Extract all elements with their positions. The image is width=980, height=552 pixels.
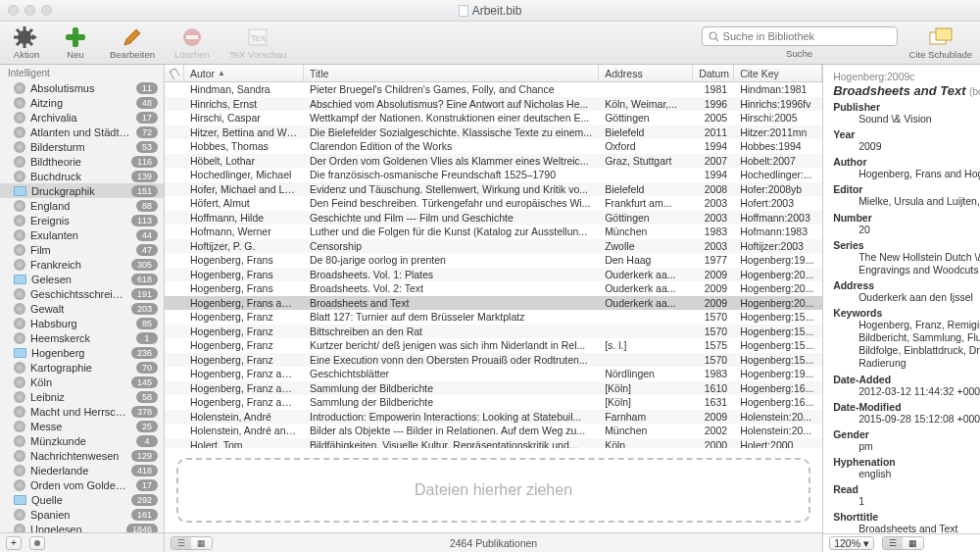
table-row[interactable]: Hogenberg, FranzKurtzer bericht/ deß jen…: [165, 338, 822, 353]
view-toggle[interactable]: ☰▦: [171, 536, 213, 550]
sidebar-item[interactable]: Niederlande418: [0, 463, 164, 477]
table-row[interactable]: Hogenberg, FranzBlatt 127: Turnier auf d…: [165, 310, 822, 325]
table-row[interactable]: Holenstein, AndréIntroduction: Empowerin…: [165, 410, 822, 425]
aktion-button[interactable]: Aktion: [8, 26, 45, 60]
sidebar-item[interactable]: Atlanten und Städtebuch72: [0, 125, 164, 139]
sidebar-item[interactable]: Gelesen618: [0, 272, 164, 286]
table-row[interactable]: Hogenberg, Franz and...Sammlung der Bild…: [165, 381, 822, 396]
sidebar-item[interactable]: Absolutismus11: [0, 80, 164, 95]
cell-cite: Hoftijzer:2003: [734, 240, 822, 252]
table-row[interactable]: Hogenberg, FransBroadsheets. Vol. 1: Pla…: [165, 268, 822, 282]
table-row[interactable]: Höbelt, LotharDer Orden vom Goldenen Vli…: [165, 154, 822, 169]
detail-grid-icon[interactable]: ▦: [903, 537, 923, 549]
detail-list-icon[interactable]: ☰: [883, 537, 903, 549]
tex-vorschau-button[interactable]: TeX TeX Vorschau: [225, 26, 291, 60]
cell-autor: Hogenberg, Frans: [184, 254, 304, 266]
sidebar-item[interactable]: Aitzing48: [0, 95, 164, 110]
table-row[interactable]: Hogenberg, Frans and...Broadsheets and T…: [165, 296, 822, 311]
col-datum[interactable]: Datum: [693, 65, 734, 81]
col-title[interactable]: Title: [304, 65, 599, 81]
add-group-button[interactable]: +: [6, 536, 22, 550]
detail-pane[interactable]: Hogenberg:2009c Broadsheets and Text (bo…: [823, 65, 980, 533]
col-autor[interactable]: Autor▲: [184, 65, 304, 81]
sidebar-item[interactable]: Exulanten44: [0, 227, 164, 242]
table-row[interactable]: Hogenberg, Franz and...Sammlung der Bild…: [165, 395, 822, 410]
window-controls[interactable]: [8, 5, 52, 16]
sidebar-item[interactable]: Habsburg85: [0, 316, 164, 330]
table-row[interactable]: Hochedlinger, MichaelDie französisch-osm…: [165, 168, 822, 182]
label-address: Address: [833, 279, 980, 291]
cell-cite: Hogenberg:20...: [734, 269, 822, 280]
sidebar-item[interactable]: Kartographie70: [0, 360, 164, 375]
sidebar-item[interactable]: Köln145: [0, 375, 164, 389]
sidebar-item[interactable]: Druckgraphik151: [0, 183, 164, 198]
search-input[interactable]: [702, 26, 898, 46]
sidebar-item[interactable]: Bildersturm53: [0, 139, 164, 154]
sidebar-item[interactable]: Film47: [0, 242, 164, 257]
pencil-icon: [122, 26, 143, 48]
table-row[interactable]: Hogenberg, FransBroadsheets. Vol. 2: Tex…: [165, 281, 822, 296]
bearbeiten-button[interactable]: Bearbeiten: [106, 26, 159, 60]
sidebar-item[interactable]: Frankreich305: [0, 257, 164, 272]
table-row[interactable]: Hirschi, CasparWettkampf der Nationen. K…: [165, 111, 822, 125]
table-row[interactable]: Hobbes, ThomasClarendon Edition of the W…: [165, 139, 822, 154]
close-dot[interactable]: [8, 5, 19, 16]
table-row[interactable]: Hoffmann, HildeGeschichte und Film --- F…: [165, 211, 822, 226]
table-row[interactable]: Hofer, Michael and Lei...Evidenz und Täu…: [165, 182, 822, 197]
file-dropzone[interactable]: Dateien hierher ziehen: [176, 458, 810, 523]
sidebar-item-label: Heemskerck: [30, 332, 131, 344]
table-row[interactable]: Hitzer, Bettina and Wel...Die Bielefelde…: [165, 125, 822, 140]
table-body[interactable]: Hindman, SandraPieter Bruegel's Children…: [165, 82, 822, 448]
grid-view-icon[interactable]: ▦: [191, 537, 212, 549]
sidebar-item[interactable]: Bildtheorie116: [0, 154, 164, 169]
sidebar-item[interactable]: Nachrichtenwesen129: [0, 448, 164, 463]
sidebar-item[interactable]: Leibniz58: [0, 389, 164, 404]
loeschen-button[interactable]: Löschen: [171, 26, 214, 60]
neu-button[interactable]: Neu: [57, 26, 94, 60]
sidebar-item[interactable]: Messe25: [0, 419, 164, 433]
cell-autor: Hogenberg, Frans: [184, 282, 304, 294]
zoom-select[interactable]: 120% ▾: [829, 536, 874, 550]
sidebar-item[interactable]: Gewalt203: [0, 301, 164, 316]
sidebar-item[interactable]: England88: [0, 198, 164, 213]
sidebar-item[interactable]: Heemskerck1: [0, 330, 164, 345]
sidebar-list[interactable]: Absolutismus11Aitzing48Archivalia17Atlan…: [0, 80, 164, 532]
table-row[interactable]: Holert, TomBildfähigkeiten. Visuelle Kul…: [165, 438, 822, 449]
sidebar-item[interactable]: Geschichtsschreibung191: [0, 286, 164, 301]
sidebar-item[interactable]: Quelle292: [0, 492, 164, 507]
col-address[interactable]: Address: [599, 65, 693, 81]
table-row[interactable]: Hindman, SandraPieter Bruegel's Children…: [165, 82, 822, 97]
table-row[interactable]: Holenstein, André and...Bilder als Objek…: [165, 424, 822, 438]
list-view-icon[interactable]: ☰: [172, 537, 191, 549]
status-bar: ☰▦ 2464 Publikationen: [165, 532, 822, 552]
table-row[interactable]: Hinrichs, ErnstAbschied vom Absolutismus…: [165, 97, 822, 112]
table-row[interactable]: Hofmann, WernerLuther und die Folgen für…: [165, 225, 822, 239]
cell-title: Luther und die Folgen für die Kunst (Kat…: [304, 226, 599, 237]
sidebar-item[interactable]: Buchdruck139: [0, 169, 164, 183]
sidebar-item[interactable]: Münzkunde4: [0, 433, 164, 448]
sidebar-item[interactable]: Orden vom Goldenen Vlies17: [0, 477, 164, 492]
col-attachment[interactable]: [165, 65, 184, 81]
table-row[interactable]: Höfert, AlmutDen Feind beschreiben. Türk…: [165, 196, 822, 211]
table-row[interactable]: Hogenberg, FranzBittschreiben an den Rat…: [165, 325, 822, 339]
sidebar-item[interactable]: Spanien161: [0, 507, 164, 522]
sidebar-item[interactable]: Hogenberg236: [0, 345, 164, 360]
sidebar-item[interactable]: Archivalia17: [0, 110, 164, 125]
cell-title: De 80-jarige oorlog in prenten: [304, 254, 599, 266]
table-row[interactable]: Hogenberg, FransDe 80-jarige oorlog in p…: [165, 253, 822, 268]
col-citekey[interactable]: Cite Key: [734, 65, 822, 81]
table-row[interactable]: Hogenberg, FranzEine Execution vonn den …: [165, 353, 822, 368]
sidebar-item[interactable]: Ereignis113: [0, 213, 164, 227]
table-row[interactable]: Hoftijzer, P. G.CensorshipZwolle2003Hoft…: [165, 239, 822, 254]
sidebar-item[interactable]: Ungelesen1846: [0, 522, 164, 532]
table-row[interactable]: Hogenberg, Franz and...Geschichtsblätter…: [165, 367, 822, 381]
zoom-dot[interactable]: [41, 5, 52, 16]
cell-title: Censorship: [304, 240, 599, 252]
cite-drawer-button[interactable]: Cite Schublade: [909, 26, 972, 60]
value-gender: pm: [833, 440, 980, 453]
sidebar-action-button[interactable]: [29, 536, 45, 550]
detail-view-toggle[interactable]: ☰▦: [882, 536, 924, 550]
cell-addr: Göttingen: [599, 212, 693, 224]
minimize-dot[interactable]: [24, 5, 35, 16]
sidebar-item[interactable]: Macht und Herrschaft378: [0, 404, 164, 419]
